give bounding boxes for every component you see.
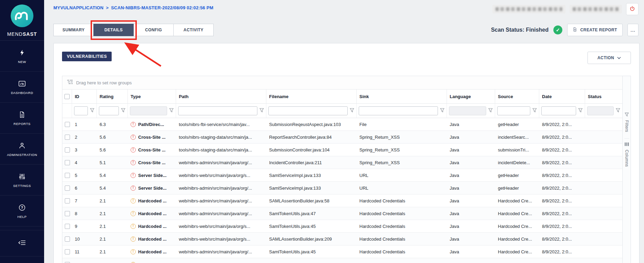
table-row[interactable]: 7 2.1 ! Hardcoded ... web/nibrs-admin/sr… (62, 194, 622, 207)
filter-funnel-icon[interactable] (121, 108, 125, 114)
column-header-filename[interactable]: Filename (266, 90, 357, 103)
column-filter-input[interactable] (449, 106, 486, 115)
filter-funnel-icon[interactable] (259, 108, 264, 114)
table-row[interactable]: 3 5.6 ! Cross-Site ... tools/nibrs-stagi… (62, 144, 622, 156)
sidebar-item-label: NEW (18, 60, 26, 64)
select-all-checkbox[interactable] (64, 94, 70, 99)
table-row[interactable]: ! (62, 258, 622, 263)
row-checkbox[interactable] (65, 160, 70, 165)
cell-rating: 2.1 (97, 207, 128, 220)
column-header-id[interactable]: ID (72, 90, 97, 103)
row-checkbox[interactable] (65, 122, 70, 127)
cell-sink: Spring_Return_XSS (357, 144, 447, 156)
row-checkbox[interactable] (65, 135, 70, 140)
column-header-date[interactable]: Date (539, 90, 585, 103)
column-header-sink[interactable]: Sink (357, 90, 447, 103)
row-checkbox[interactable] (65, 198, 70, 203)
tab-summary[interactable]: SUMMARY (53, 24, 94, 36)
table-row[interactable]: 8 2.1 ! Hardcoded ... web/nibrs-admin/sr… (62, 207, 622, 220)
column-filter-input[interactable] (178, 106, 257, 115)
cell-type: ! Server Side... (128, 182, 176, 194)
row-checkbox[interactable] (65, 211, 70, 216)
redacted-account-info[interactable] (492, 5, 565, 13)
row-group-dropzone[interactable]: Drag here to set row groups (62, 76, 622, 90)
sidebar-item-label: SETTINGS (13, 184, 31, 188)
cell-language: Java (447, 169, 495, 181)
table-row[interactable]: 4 5.1 ! Cross-Site ... web/nibrs-admin/s… (62, 156, 622, 169)
cell-type-text: Server Side... (138, 186, 166, 191)
filter-funnel-icon[interactable] (350, 108, 354, 114)
severity-icon: ! (131, 186, 136, 191)
filter-funnel-icon[interactable] (488, 108, 493, 114)
row-checkbox[interactable] (65, 236, 70, 242)
cell-source: Hardcoded Cre... (495, 245, 539, 258)
page: MENDSAST NEW DASHBOARD (0, 0, 644, 263)
row-group-hint: Drag here to set row groups (76, 80, 132, 85)
logout-button[interactable] (626, 3, 638, 15)
sidebar-item-new[interactable]: NEW (0, 41, 44, 72)
column-filter-input[interactable] (541, 106, 576, 115)
sidebar-item-dashboard[interactable]: DASHBOARD (0, 72, 44, 103)
table-row[interactable]: 9 2.1 ! Hardcoded ... web/nibrs-web/src/… (62, 220, 622, 233)
columns-panel-tab[interactable]: Columns (624, 138, 629, 169)
column-header-type[interactable]: Type (128, 90, 176, 103)
sidebar-item-reports[interactable]: REPORTS (0, 103, 44, 134)
column-header-rating[interactable]: Rating (97, 90, 128, 103)
table-row[interactable]: 5 5.4 ! Server Side... web/nibrs-web/src… (62, 169, 622, 182)
action-button[interactable]: ACTION (587, 52, 631, 64)
tab-activity[interactable]: ACTIVITY (173, 24, 214, 36)
status-toolbar: Scan Status: Finished ✓ CREATE REPORT ..… (491, 24, 638, 36)
filter-funnel-icon[interactable] (532, 108, 537, 114)
filters-panel-tab[interactable]: Filters (624, 109, 629, 135)
cell-source: Hardcoded Cre... (495, 233, 539, 245)
filters-tab-label: Filters (624, 120, 629, 132)
column-filter-input[interactable] (99, 106, 119, 115)
cell-language: Java (447, 233, 495, 245)
filter-funnel-icon[interactable] (169, 108, 174, 114)
table-row[interactable]: 6 5.4 ! Server Side... web/nibrs-admin/s… (62, 182, 622, 194)
table-row[interactable]: 11 2.1 ! Hardcoded ... web/nibrs-admin/s… (62, 245, 622, 258)
filter-funnel-icon[interactable] (440, 108, 444, 114)
column-filter-input[interactable] (130, 106, 167, 115)
sidebar-item-administration[interactable]: ADMINISTRATION (0, 134, 44, 165)
column-filter-input[interactable] (497, 106, 530, 115)
cell-type-text: Cross-Site ... (138, 147, 165, 152)
column-header-language[interactable]: Language (447, 90, 495, 103)
row-checkbox[interactable] (65, 249, 70, 254)
filter-funnel-icon[interactable] (578, 108, 583, 114)
row-checkbox[interactable] (65, 262, 70, 263)
column-filter-input[interactable] (268, 106, 348, 115)
person-icon (18, 141, 26, 150)
tab-config[interactable]: CONFIG (133, 24, 174, 36)
create-report-button[interactable]: CREATE REPORT (567, 24, 623, 36)
table-row[interactable]: 2 5.6 ! Cross-Site ... tools/nibrs-stagi… (62, 131, 622, 144)
row-checkbox[interactable] (65, 224, 70, 229)
row-checkbox[interactable] (65, 173, 70, 178)
severity-icon: ! (131, 160, 136, 165)
breadcrumb-application-link[interactable]: MYVULNAPPLICATION (53, 5, 103, 10)
cell-path: web/nibrs-admin/src/main/java/org/... (176, 194, 266, 207)
tab-details[interactable]: DETAILS (93, 24, 134, 36)
cell-status (585, 118, 622, 130)
column-header-path[interactable]: Path (176, 90, 266, 103)
brand-mend: MEND (7, 31, 23, 37)
brand: MENDSAST (0, 0, 44, 41)
column-header-status[interactable]: Status (585, 90, 622, 103)
breadcrumb-scan-link[interactable]: SCAN-NIBRS-MASTER-2022/08/09 02:02:56 PM (111, 5, 213, 10)
column-header-source[interactable]: Source (495, 90, 539, 103)
collapse-sidebar-button[interactable] (0, 230, 44, 256)
column-filter-input[interactable] (74, 106, 88, 115)
filter-funnel-icon[interactable] (616, 108, 620, 114)
redacted-account-info[interactable] (570, 5, 622, 13)
filter-funnel-icon[interactable] (90, 108, 94, 114)
cell-language: Java (447, 194, 495, 207)
sidebar-item-settings[interactable]: SETTINGS (0, 165, 44, 196)
row-checkbox[interactable] (65, 186, 70, 191)
table-row[interactable]: 10 2.1 ! Hardcoded ... web/nibrs-web/src… (62, 233, 622, 245)
table-row[interactable]: 1 6.3 ! Path/Direc... tools/nibrs-fbi-se… (62, 118, 622, 131)
column-filter-input[interactable] (587, 106, 614, 115)
column-filter-input[interactable] (359, 106, 438, 115)
sidebar-item-help[interactable]: ? HELP (0, 196, 44, 227)
row-checkbox[interactable] (65, 147, 70, 152)
more-options-button[interactable]: ... (627, 24, 638, 36)
